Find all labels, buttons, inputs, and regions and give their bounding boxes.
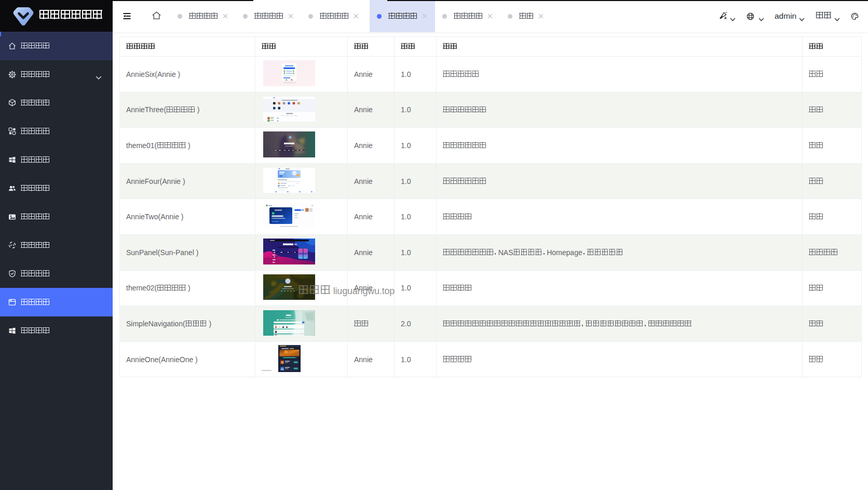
svg-text:A: A — [724, 16, 727, 20]
